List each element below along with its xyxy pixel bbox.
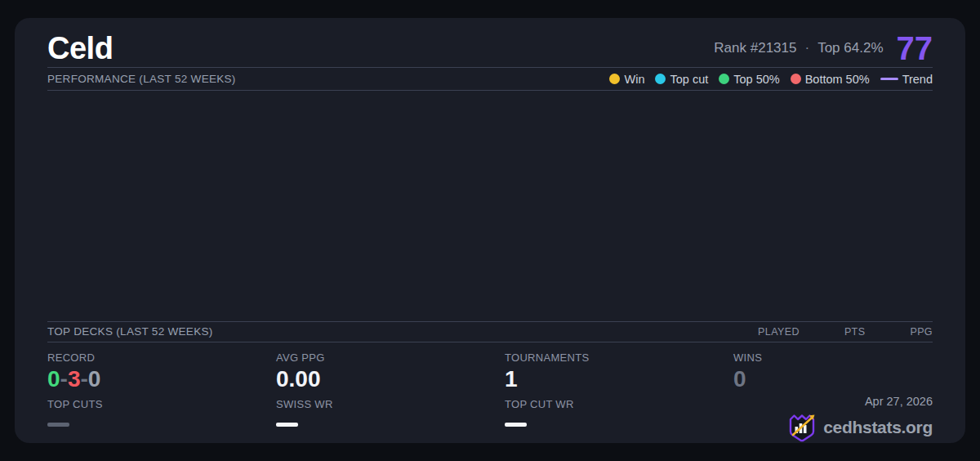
- legend-item-trend: Trend: [880, 73, 933, 86]
- legend-item-top-cut: Top cut: [655, 73, 708, 86]
- stat-wins: WINS 0: [733, 351, 933, 391]
- legend-item-bottom-50: Bottom 50%: [791, 73, 870, 86]
- stat-label: WINS: [733, 351, 933, 364]
- legend-label: Bottom 50%: [805, 73, 870, 86]
- rank-label: Rank #21315: [714, 40, 796, 56]
- legend-item-top-50: Top 50%: [719, 73, 779, 86]
- record-losses: 3: [68, 366, 81, 392]
- stat-top-cuts: TOP CUTS: [47, 398, 276, 443]
- performance-section-header: PERFORMANCE (LAST 52 WEEKS) Win Top cut …: [47, 68, 933, 90]
- player-name: Celd: [47, 31, 113, 66]
- player-stats-card: Celd Rank #21315 · Top 64.2% 77 PERFORMA…: [15, 18, 965, 443]
- brand-name: cedhstats.org: [823, 418, 933, 437]
- record-value: 0-3-0: [47, 367, 276, 391]
- legend-label: Top cut: [670, 73, 708, 86]
- card-header: Celd Rank #21315 · Top 64.2% 77: [47, 18, 933, 68]
- stat-label: SWISS WR: [276, 398, 505, 410]
- top-decks-section-title: TOP DECKS (LAST 52 WEEKS): [47, 325, 213, 338]
- chart-legend: Win Top cut Top 50% Bottom 50% Trend: [609, 73, 933, 86]
- top-cut-dot-icon: [655, 74, 666, 84]
- card-footer: Apr 27, 2026 cedhstats.org: [787, 395, 933, 443]
- stat-tournaments: TOURNAMENTS 1: [505, 351, 733, 391]
- record-separator: -: [80, 366, 87, 392]
- record-draws: 0: [88, 366, 101, 392]
- swiss-wr-empty-dash: [276, 423, 298, 427]
- column-header-pts: PTS: [844, 326, 866, 338]
- rank-group: Rank #21315 · Top 64.2% 77: [714, 32, 933, 65]
- stat-avg-ppg: AVG PPG 0.00: [276, 351, 505, 391]
- stat-label: RECORD: [47, 351, 276, 364]
- performance-chart: [47, 91, 933, 323]
- bottom-50-dot-icon: [791, 74, 801, 84]
- cedhstats-shield-logo-icon: [787, 412, 817, 443]
- win-dot-icon: [609, 74, 620, 84]
- player-score: 77: [897, 32, 933, 65]
- generated-date: Apr 27, 2026: [865, 395, 933, 408]
- trend-line-icon: [880, 78, 898, 80]
- rank-separator: ·: [804, 40, 809, 56]
- record-separator: -: [60, 366, 68, 392]
- avg-ppg-value: 0.00: [276, 367, 505, 391]
- stat-record: RECORD 0-3-0: [47, 351, 276, 391]
- stat-label: AVG PPG: [276, 351, 505, 364]
- legend-label: Win: [624, 73, 644, 86]
- legend-label: Trend: [902, 73, 933, 86]
- stat-label: TOP CUT WR: [505, 398, 733, 410]
- brand: cedhstats.org: [787, 412, 933, 443]
- column-header-played: PLAYED: [758, 326, 800, 338]
- top-cut-wr-empty-dash: [505, 423, 527, 427]
- performance-section-title: PERFORMANCE (LAST 52 WEEKS): [47, 73, 236, 85]
- tournaments-value: 1: [505, 367, 733, 391]
- stat-label: TOURNAMENTS: [505, 351, 733, 364]
- top-50-dot-icon: [719, 74, 729, 84]
- top-percent-label: Top 64.2%: [817, 40, 883, 56]
- stat-label: TOP CUTS: [47, 398, 276, 410]
- top-decks-section-header: TOP DECKS (LAST 52 WEEKS) PLAYED PTS PPG: [47, 322, 933, 342]
- stat-swiss-wr: SWISS WR: [276, 398, 505, 443]
- stats-grid: RECORD 0-3-0 AVG PPG 0.00 TOURNAMENTS 1 …: [47, 342, 933, 443]
- stat-top-cut-wr: TOP CUT WR: [505, 398, 733, 443]
- legend-item-win: Win: [609, 73, 644, 86]
- record-wins: 0: [47, 366, 60, 392]
- legend-label: Top 50%: [733, 73, 779, 86]
- column-header-ppg: PPG: [910, 326, 933, 338]
- top-decks-column-headers: PLAYED PTS PPG: [758, 326, 933, 338]
- wins-value: 0: [733, 367, 933, 391]
- top-cuts-empty-dash: [47, 423, 69, 427]
